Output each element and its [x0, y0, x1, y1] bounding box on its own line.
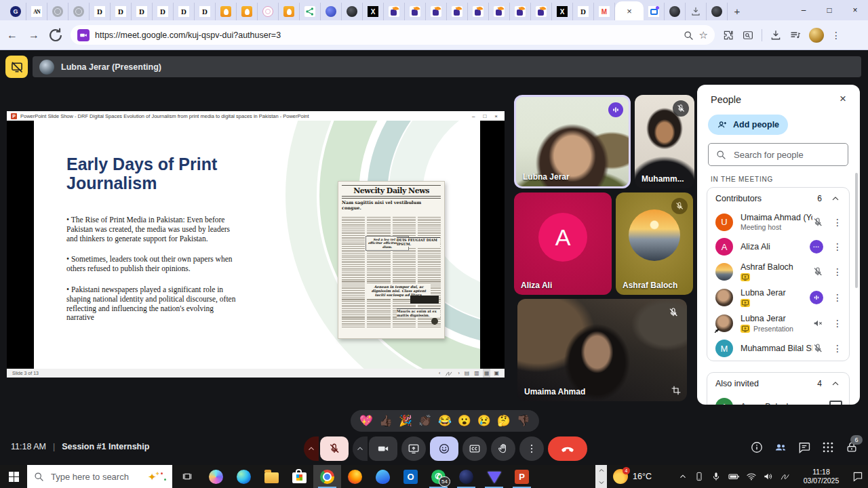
browser-tab-dawn[interactable]: D	[195, 3, 216, 20]
profile-avatar[interactable]	[809, 28, 824, 43]
view-reading-icon[interactable]: ▦	[484, 370, 490, 376]
taskbar-search-box[interactable]: ✦✦	[27, 465, 172, 488]
browser-tab-dawn[interactable]: D	[174, 3, 195, 20]
browser-tab-dawn[interactable]: D	[132, 3, 153, 20]
people-search-box[interactable]	[708, 143, 848, 166]
camera-options-button[interactable]	[353, 436, 368, 461]
reload-button[interactable]	[46, 26, 65, 45]
invite-checkbox[interactable]	[829, 401, 842, 405]
taskbar-app-darkapp[interactable]	[452, 465, 480, 488]
view-sorter-icon[interactable]: ▥	[474, 370, 479, 376]
browser-tab-x[interactable]: X	[363, 3, 384, 20]
participant-menu-button[interactable]: ⋮	[833, 241, 842, 252]
back-button[interactable]: ←	[3, 26, 22, 45]
ppt-minimize-button[interactable]: –	[472, 113, 475, 119]
browser-tab-globe-pink[interactable]	[258, 3, 279, 20]
taskbar-scroll-widget[interactable]	[595, 465, 607, 488]
people-button[interactable]	[774, 441, 787, 454]
browser-tab-geo[interactable]	[447, 3, 468, 20]
tab-close-icon[interactable]: ×	[627, 7, 632, 16]
browser-tab-geo[interactable]	[384, 3, 405, 20]
scroll-up-icon[interactable]	[597, 466, 606, 474]
video-tile-aliza[interactable]: A Aliza Ali	[514, 192, 612, 295]
taskbar-search-input[interactable]	[50, 471, 137, 483]
browser-tab-geo[interactable]	[531, 3, 552, 20]
panel-scrollbar[interactable]	[855, 173, 858, 288]
new-tab-button[interactable]: +	[728, 1, 747, 20]
window-minimize-button[interactable]: –	[791, 5, 816, 15]
notifications-icon[interactable]	[852, 470, 864, 483]
chat-button[interactable]	[797, 441, 811, 454]
side-search-icon[interactable]	[742, 29, 754, 41]
presenting-banner[interactable]: Lubna Jerar (Presenting)	[33, 56, 861, 77]
mic-mute-button[interactable]	[320, 436, 349, 461]
add-people-button[interactable]: Add people	[708, 115, 788, 135]
browser-tab-jang[interactable]	[279, 3, 300, 20]
ppt-close-button[interactable]: ×	[494, 113, 498, 119]
downloads-icon[interactable]	[770, 29, 782, 41]
active-tab[interactable]: ×	[615, 1, 644, 20]
video-tile-ashraf[interactable]: Ashraf Baloch	[616, 192, 693, 295]
taskbar-app-chrome[interactable]	[313, 465, 341, 488]
crop-icon[interactable]	[671, 385, 682, 396]
reaction-emoji[interactable]: 👍🏿	[379, 415, 393, 426]
taskbar-app-outlook[interactable]: O	[397, 465, 425, 488]
browser-tab-geo[interactable]	[405, 3, 426, 20]
taskbar-app-store[interactable]	[285, 465, 313, 488]
browser-tab-sphere-blue[interactable]	[321, 3, 342, 20]
reaction-emoji[interactable]: 🎉	[399, 415, 412, 426]
panel-close-button[interactable]: ×	[835, 92, 850, 106]
people-search-input[interactable]	[732, 149, 830, 161]
reaction-emoji[interactable]: 😮	[458, 415, 471, 426]
browser-tab-sphere-dark[interactable]	[707, 3, 728, 20]
taskbar-app-whatsapp[interactable]: ✆54	[425, 465, 452, 488]
end-call-button[interactable]	[548, 436, 587, 461]
battery-icon[interactable]	[728, 470, 740, 483]
raise-hand-button[interactable]	[491, 436, 515, 461]
browser-tab-globe[interactable]	[68, 3, 90, 20]
contributors-header[interactable]: Contributors 6	[707, 188, 849, 209]
view-slideshow-icon[interactable]: ▣	[494, 370, 499, 376]
browser-tab-geo[interactable]	[426, 3, 447, 20]
browser-tab-geo[interactable]	[510, 3, 531, 20]
browser-tab-share[interactable]	[300, 3, 321, 20]
participant-menu-button[interactable]: ⋮	[833, 217, 842, 228]
url-bar[interactable]: https://meet.google.com/kuj-qspv-dui?aut…	[71, 25, 715, 45]
next-slide-button[interactable]: ›	[458, 371, 459, 375]
taskbar-clock[interactable]: 11:18 03/07/2025	[797, 468, 846, 485]
pen-input-icon[interactable]	[780, 471, 791, 482]
more-options-button[interactable]	[519, 436, 544, 461]
video-tile-umaima[interactable]: Umaima Ahmad	[517, 299, 687, 401]
browser-tab-gmail[interactable]: M	[594, 3, 615, 20]
video-tile-muhammad[interactable]: Muhamm...	[635, 95, 694, 188]
browser-tab-geo[interactable]	[489, 3, 510, 20]
browser-tab-sphere-dark[interactable]	[342, 3, 363, 20]
zoom-icon[interactable]	[683, 30, 694, 41]
taskbar-app-vpn[interactable]	[480, 465, 508, 488]
video-tile-lubna[interactable]: Lubna Jerar	[514, 95, 631, 188]
browser-tab-geo[interactable]	[468, 3, 489, 20]
collapse-icon[interactable]	[830, 193, 841, 204]
participant-menu-button[interactable]: ⋮	[833, 318, 842, 329]
browser-tab-sphere-dark[interactable]	[665, 3, 686, 20]
forward-button[interactable]: →	[24, 26, 43, 45]
browser-tab-download[interactable]	[686, 3, 707, 20]
browser-tab-globe[interactable]	[47, 3, 68, 20]
task-view-button[interactable]	[172, 465, 202, 488]
browser-tab-google-news[interactable]: G	[5, 3, 26, 20]
tray-expand-icon[interactable]	[678, 472, 688, 481]
taskbar-app-copilot[interactable]	[202, 465, 230, 488]
prev-slide-button[interactable]: ‹	[439, 371, 440, 375]
browser-tab-dawn[interactable]: D	[573, 3, 594, 20]
participant-menu-button[interactable]: ⋮	[833, 266, 842, 277]
reaction-emoji[interactable]: 😢	[477, 415, 491, 426]
browser-tab-tv-badge[interactable]	[644, 3, 665, 20]
reaction-emoji[interactable]: 🤔	[497, 415, 511, 426]
taskbar-app-edge[interactable]	[230, 465, 258, 488]
mic-options-button[interactable]	[304, 436, 319, 461]
collapse-icon[interactable]	[830, 378, 841, 389]
browser-tab-dawn[interactable]: D	[111, 3, 132, 20]
taskbar-weather[interactable]: 4 16°C	[613, 469, 652, 484]
reaction-emoji[interactable]: 👎🏿	[517, 415, 530, 426]
scroll-down-icon[interactable]	[597, 479, 606, 487]
